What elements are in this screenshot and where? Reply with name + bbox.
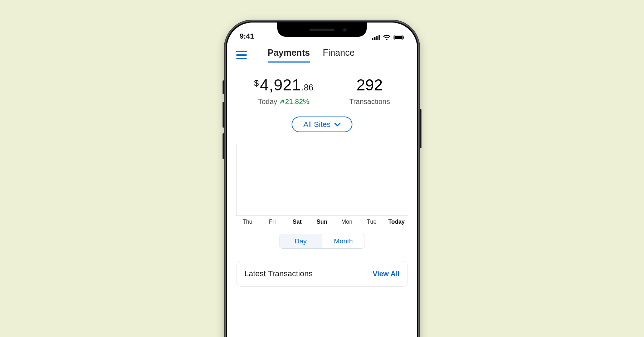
phone-side-button [223, 133, 224, 159]
chart-tick-label: Today [387, 219, 406, 225]
phone-side-button [223, 102, 224, 128]
wifi-icon [383, 35, 391, 40]
amount-decimal: .86 [302, 83, 313, 93]
svg-rect-2 [376, 36, 378, 40]
chart-tick-label: Tue [362, 219, 381, 225]
top-tabs: Payments Finance [268, 48, 355, 63]
chart-tick-label: Fri [262, 219, 282, 225]
chart-tick-label: Mon [337, 219, 357, 225]
svg-rect-5 [395, 36, 402, 39]
svg-rect-6 [403, 36, 404, 39]
amount-integer: 4,921 [260, 76, 301, 94]
chart-tick-label: Thu [238, 219, 257, 225]
front-camera [342, 28, 347, 32]
tab-finance[interactable]: Finance [323, 48, 355, 63]
stat-transactions: 292 Transactions [349, 76, 390, 106]
stat-amount: $ 4,921 .86 Today 21.82% [254, 76, 313, 106]
svg-rect-1 [374, 37, 376, 40]
phone-side-button [420, 109, 421, 148]
speaker-grille [309, 29, 335, 31]
chart-tick-label: Sat [287, 219, 307, 225]
trend-up-icon [279, 98, 284, 106]
menu-icon[interactable] [236, 51, 247, 59]
status-time: 9:41 [240, 32, 254, 40]
currency-symbol: $ [254, 76, 259, 88]
site-selector-label: All Sites [303, 120, 331, 129]
phone-screen: 9:41 Payments Finance [227, 23, 417, 337]
pct-value: 21.82% [285, 98, 309, 106]
phone-side-button [223, 80, 224, 94]
chevron-down-icon [334, 120, 341, 129]
site-selector[interactable]: All Sites [292, 117, 352, 132]
latest-transactions-card: Latest Transactions View All [236, 261, 408, 287]
weekly-chart: ThuFriSatSunMonTueToday [236, 144, 408, 225]
segment-day[interactable]: Day [279, 234, 322, 248]
transactions-value: 292 [349, 76, 390, 94]
svg-rect-3 [379, 35, 380, 40]
view-all-link[interactable]: View All [372, 270, 400, 278]
chart-tick-label: Sun [312, 219, 332, 225]
cellular-signal-icon [372, 35, 380, 40]
phone-frame: 9:41 Payments Finance [224, 20, 420, 337]
phone-notch [277, 23, 367, 37]
battery-icon [394, 35, 404, 40]
pct-change: 21.82% [279, 98, 309, 106]
range-segmented: Day Month [279, 234, 365, 249]
latest-transactions-title: Latest Transactions [244, 269, 313, 278]
segment-month[interactable]: Month [322, 234, 365, 248]
tab-payments[interactable]: Payments [268, 48, 310, 63]
transactions-label: Transactions [349, 98, 390, 106]
today-label: Today [258, 98, 277, 106]
svg-rect-0 [372, 38, 374, 40]
